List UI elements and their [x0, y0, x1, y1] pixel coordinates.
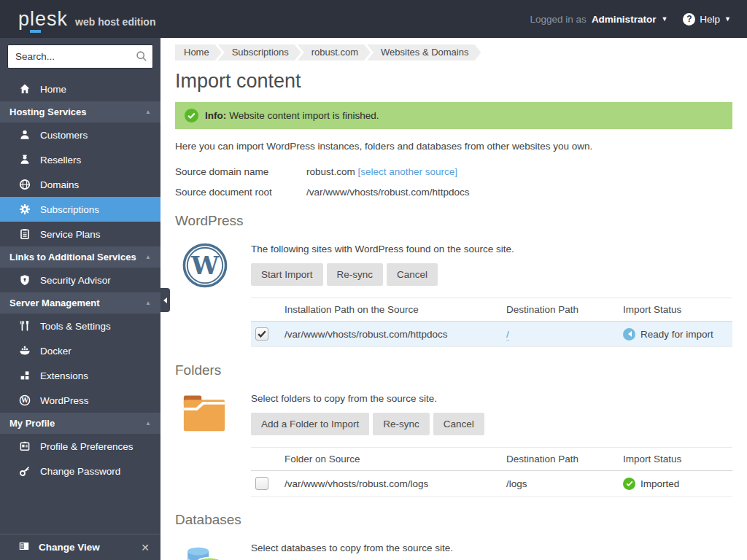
page-title: Import content	[175, 70, 732, 93]
select-another-source-link[interactable]: [select another source]	[358, 166, 458, 177]
intro-text: Here you can import WordPress instances,…	[175, 141, 732, 152]
sidebar-item-resellers[interactable]: Resellers	[0, 147, 160, 172]
sidebar-item-extensions[interactable]: Extensions	[0, 363, 160, 388]
wordpress-header-source: Installation Path on the Source	[280, 298, 502, 322]
wordpress-table: Installation Path on the Source Destinat…	[251, 298, 732, 347]
breadcrumb-domain[interactable]: robust.com	[298, 44, 371, 61]
docker-whale-icon	[18, 345, 31, 357]
folders-section: Folders Select folders to copy from the …	[175, 362, 732, 497]
ready-for-import-icon	[623, 328, 635, 341]
wordpress-header-checkbox	[251, 298, 280, 322]
sidebar-item-profile-preferences[interactable]: Profile & Preferences	[0, 434, 160, 459]
chevron-down-icon: ▼	[724, 15, 731, 23]
sidebar-item-security-advisor[interactable]: Security Advisor	[0, 268, 160, 292]
source-root-value: /var/www/vhosts/robust.com/httpdocs	[306, 187, 470, 198]
breadcrumb: Home Subscriptions robust.com Websites &…	[175, 44, 732, 61]
sidebar-group-server-management[interactable]: Server Management ▲	[0, 292, 160, 314]
chevron-down-icon[interactable]: ▼	[661, 15, 667, 23]
chevron-up-icon: ▲	[145, 420, 151, 427]
plesk-logo[interactable]: plesk web host edition	[0, 8, 155, 31]
info-banner: Info:Website content import is finished.	[175, 102, 732, 129]
sidebar-item-domains[interactable]: Domains	[0, 172, 160, 197]
user-menu[interactable]: Administrator	[592, 14, 657, 25]
wordpress-section-title: WordPress	[175, 213, 732, 229]
sidebar-group-additional-services[interactable]: Links to Additional Services ▲	[0, 246, 160, 268]
tools-icon	[18, 320, 31, 332]
source-domain-row: Source domain name robust.com [select an…	[175, 166, 732, 177]
sidebar-item-docker[interactable]: Docker	[0, 338, 160, 363]
shield-icon	[18, 274, 31, 286]
wordpress-resync-button[interactable]: Re-sync	[327, 263, 384, 286]
folders-table-row: /var/www/vhosts/robust.com/logs /logs Im…	[251, 471, 732, 497]
wordpress-cancel-button[interactable]: Cancel	[387, 263, 438, 286]
layout-icon	[18, 540, 30, 554]
folders-section-title: Folders	[175, 362, 732, 378]
wordpress-row-source: /var/www/vhosts/robust.com/httpdocs	[280, 322, 502, 347]
folder-icon	[175, 391, 251, 497]
wordpress-row-status: Ready for import	[623, 328, 728, 341]
wordpress-header-destination: Destination Path	[502, 298, 619, 322]
search-input[interactable]	[7, 44, 153, 69]
logged-in-as-label: Logged in as	[530, 14, 587, 25]
success-check-icon	[185, 109, 198, 122]
sidebar-item-change-password[interactable]: Change Password	[0, 459, 160, 483]
wordpress-logo-icon: W	[175, 241, 251, 347]
plesk-logo-text: plesk	[18, 8, 68, 31]
svg-text:W: W	[20, 397, 28, 404]
folders-header-destination: Destination Path	[502, 448, 619, 471]
add-folder-button[interactable]: Add a Folder to Import	[251, 413, 369, 435]
sidebar-group-my-profile[interactable]: My Profile ▲	[0, 413, 160, 434]
key-icon	[18, 465, 31, 477]
close-icon[interactable]: ✕	[141, 542, 150, 553]
chevron-left-icon	[163, 298, 167, 303]
wordpress-table-row: /var/www/vhosts/robust.com/httpdocs / Re…	[251, 322, 732, 347]
sidebar-item-service-plans[interactable]: Service Plans	[0, 222, 160, 246]
wordpress-header-status: Import Status	[619, 298, 732, 322]
folders-table: Folder on Source Destination Path Import…	[251, 447, 732, 497]
chevron-up-icon: ▲	[145, 300, 151, 306]
sidebar-item-subscriptions[interactable]: Subscriptions	[0, 197, 160, 222]
folders-row-destination: /logs	[502, 471, 619, 497]
wordpress-section: WordPress W The following sites with Wor…	[175, 213, 732, 347]
breadcrumb-websites-domains[interactable]: Websites & Domains	[367, 44, 481, 61]
sidebar: Home Hosting Services ▲ Customers Resell…	[0, 38, 160, 560]
customers-icon	[18, 129, 31, 141]
folders-header-source: Folder on Source	[280, 448, 502, 471]
imported-check-icon	[623, 478, 635, 490]
sidebar-collapse-handle[interactable]	[160, 288, 170, 312]
databases-section: Databases	[175, 512, 732, 560]
wordpress-row-destination-link[interactable]: /	[506, 329, 509, 341]
search-icon[interactable]	[136, 50, 147, 64]
clipboard-icon	[18, 228, 31, 240]
help-menu[interactable]: ? Help ▼	[683, 13, 731, 26]
source-root-label: Source document root	[175, 187, 306, 198]
source-root-row: Source document root /var/www/vhosts/rob…	[175, 187, 732, 198]
folders-header-status: Import Status	[619, 448, 732, 471]
start-import-button[interactable]: Start Import	[251, 263, 323, 286]
top-bar: plesk web host edition Logged in as Admi…	[0, 0, 747, 38]
gear-icon	[18, 203, 31, 215]
sidebar-item-customers[interactable]: Customers	[0, 122, 160, 147]
sidebar-item-tools-settings[interactable]: Tools & Settings	[0, 314, 160, 338]
edition-label: web host edition	[75, 16, 155, 28]
folders-description: Select folders to copy from the source s…	[251, 393, 732, 404]
svg-text:W: W	[190, 251, 220, 280]
sidebar-group-hosting-services[interactable]: Hosting Services ▲	[0, 101, 160, 122]
sidebar-item-home[interactable]: Home	[0, 77, 160, 101]
folders-row-source: /var/www/vhosts/robust.com/logs	[280, 471, 502, 497]
breadcrumb-subscriptions[interactable]: Subscriptions	[218, 44, 301, 61]
resellers-icon	[18, 154, 31, 166]
chevron-up-icon: ▲	[145, 109, 151, 115]
change-view-button[interactable]: Change View ✕	[0, 534, 160, 560]
logo-underline	[30, 30, 41, 33]
folders-cancel-button[interactable]: Cancel	[433, 413, 484, 435]
databases-section-title: Databases	[175, 512, 732, 528]
wordpress-description: The following sites with WordPress found…	[251, 244, 732, 254]
sidebar-item-wordpress[interactable]: W WordPress	[0, 388, 160, 413]
folders-row-checkbox[interactable]	[255, 477, 268, 490]
breadcrumb-home[interactable]: Home	[175, 44, 222, 61]
folders-resync-button[interactable]: Re-sync	[373, 413, 430, 435]
wordpress-row-checkbox[interactable]	[255, 327, 268, 341]
folders-header-checkbox	[251, 448, 280, 471]
databases-description: Select databases to copy from the source…	[251, 542, 732, 553]
